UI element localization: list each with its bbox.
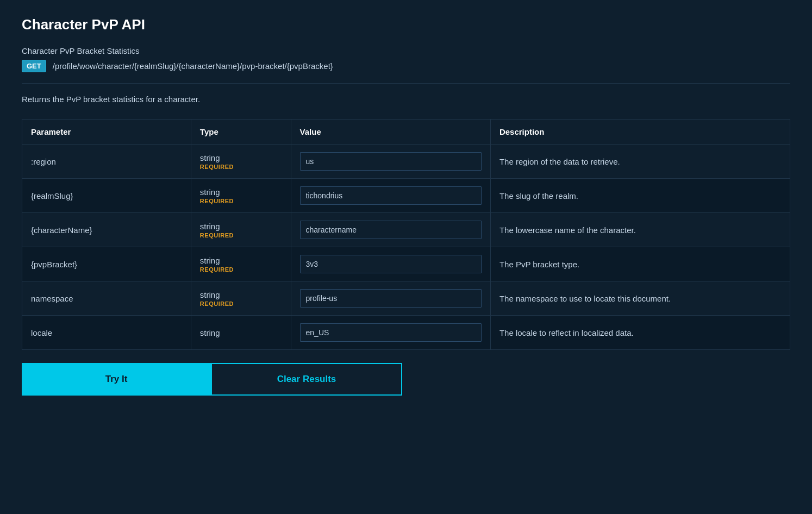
param-value-input[interactable]	[300, 289, 482, 308]
param-value-cell[interactable]	[291, 179, 490, 213]
description: Returns the PvP bracket statistics for a…	[22, 95, 790, 104]
param-value-input[interactable]	[300, 323, 482, 342]
type-text: string	[200, 328, 282, 337]
param-value-cell[interactable]	[291, 247, 490, 281]
param-name: namespace	[22, 281, 191, 316]
param-type: stringREQUIRED	[191, 281, 291, 316]
table-row: localestringThe locale to reflect in loc…	[22, 316, 790, 350]
required-badge: REQUIRED	[200, 266, 282, 273]
col-header-value: Value	[291, 120, 490, 145]
endpoint-label: Character PvP Bracket Statistics	[22, 46, 790, 55]
required-badge: REQUIRED	[200, 300, 282, 307]
table-row: {pvpBracket}stringREQUIREDThe PvP bracke…	[22, 247, 790, 281]
param-value-cell[interactable]	[291, 316, 490, 350]
required-badge: REQUIRED	[200, 232, 282, 239]
buttons-row: Try It Clear Results	[22, 363, 402, 396]
param-value-cell[interactable]	[291, 281, 490, 316]
endpoint-row: GET /profile/wow/character/{realmSlug}/{…	[22, 60, 790, 72]
clear-results-button[interactable]: Clear Results	[211, 363, 402, 396]
param-description: The locale to reflect in localized data.	[490, 316, 790, 350]
type-text: string	[200, 222, 282, 231]
param-value-input[interactable]	[300, 186, 482, 205]
type-text: string	[200, 153, 282, 162]
table-row: {characterName}stringREQUIREDThe lowerca…	[22, 213, 790, 247]
try-it-button[interactable]: Try It	[22, 363, 211, 396]
params-table: Parameter Type Value Description :region…	[22, 119, 790, 350]
endpoint-section: Character PvP Bracket Statistics GET /pr…	[22, 46, 790, 72]
param-description: The PvP bracket type.	[490, 247, 790, 281]
param-name: {characterName}	[22, 213, 191, 247]
method-badge: GET	[22, 60, 46, 72]
param-type: stringREQUIRED	[191, 213, 291, 247]
param-value-input[interactable]	[300, 152, 482, 171]
type-text: string	[200, 290, 282, 299]
required-badge: REQUIRED	[200, 198, 282, 204]
table-row: {realmSlug}stringREQUIREDThe slug of the…	[22, 179, 790, 213]
param-value-input[interactable]	[300, 255, 482, 273]
param-description: The lowercase name of the character.	[490, 213, 790, 247]
param-type: stringREQUIRED	[191, 145, 291, 179]
required-badge: REQUIRED	[200, 164, 282, 170]
col-header-description: Description	[490, 120, 790, 145]
col-header-type: Type	[191, 120, 291, 145]
divider	[22, 83, 790, 84]
param-type: stringREQUIRED	[191, 247, 291, 281]
endpoint-path: /profile/wow/character/{realmSlug}/{char…	[53, 61, 333, 71]
param-name: {pvpBracket}	[22, 247, 191, 281]
type-text: string	[200, 256, 282, 265]
param-value-cell[interactable]	[291, 145, 490, 179]
param-type: stringREQUIRED	[191, 179, 291, 213]
table-row: namespacestringREQUIREDThe namespace to …	[22, 281, 790, 316]
param-name: locale	[22, 316, 191, 350]
param-value-cell[interactable]	[291, 213, 490, 247]
page-title: Character PvP API	[22, 16, 790, 33]
table-row: :regionstringREQUIREDThe region of the d…	[22, 145, 790, 179]
param-description: The region of the data to retrieve.	[490, 145, 790, 179]
param-description: The namespace to use to locate this docu…	[490, 281, 790, 316]
type-text: string	[200, 187, 282, 197]
param-value-input[interactable]	[300, 221, 482, 239]
col-header-parameter: Parameter	[22, 120, 191, 145]
param-name: :region	[22, 145, 191, 179]
param-type: string	[191, 316, 291, 350]
param-description: The slug of the realm.	[490, 179, 790, 213]
param-name: {realmSlug}	[22, 179, 191, 213]
